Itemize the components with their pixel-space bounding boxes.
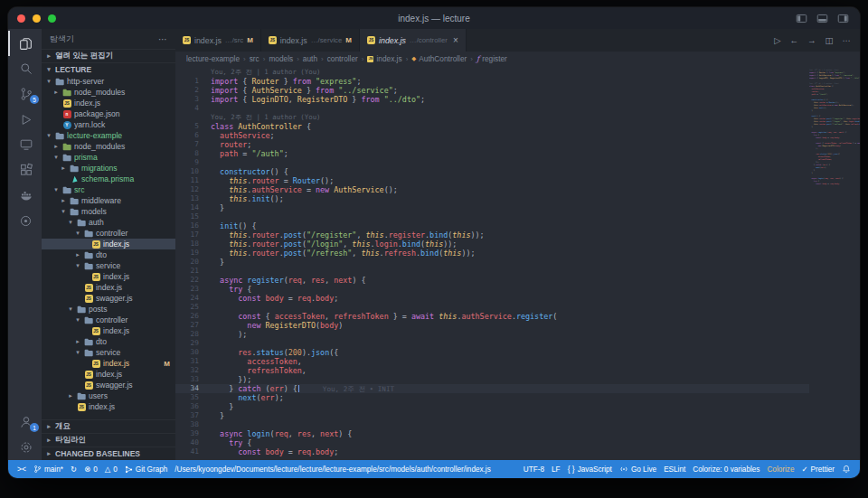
editor-tab[interactable]: JSindex.js…/controller× <box>360 29 467 52</box>
title-bar[interactable]: index.js — lecture <box>8 7 860 29</box>
activity-run-debug-icon[interactable] <box>8 107 42 132</box>
tree-item[interactable]: ▸users <box>42 390 175 401</box>
breadcrumb-item[interactable]: auth <box>303 54 317 63</box>
status-sync[interactable]: ↻ <box>67 460 80 478</box>
activity-live-share-icon[interactable] <box>8 208 42 233</box>
activity-account-icon[interactable]: 1 <box>8 409 42 435</box>
breadcrumb-item[interactable]: src <box>250 54 259 63</box>
code-line[interactable]: 41 const body = req.body; <box>175 447 809 456</box>
status-language[interactable]: { }JavaScript <box>564 460 616 478</box>
code-line[interactable]: 3import { LoginDTO, RegisterDTO } from "… <box>175 95 809 104</box>
activity-remote-explorer-icon[interactable] <box>8 132 42 157</box>
code-line[interactable]: 20 } <box>175 258 809 267</box>
code-line[interactable]: 4 <box>175 104 809 113</box>
tree-item[interactable]: JSindex.js <box>42 239 175 249</box>
close-window-button[interactable] <box>17 14 25 23</box>
breadcrumb-item[interactable]: lecture-example <box>186 54 240 63</box>
breadcrumb-item[interactable]: models <box>269 54 293 63</box>
code-line[interactable]: 5class AuthController { <box>175 122 809 131</box>
tree-item[interactable]: JSindex.js <box>42 369 175 380</box>
status-notifications[interactable] <box>838 460 854 478</box>
breadcrumb-item[interactable]: ƒregister <box>476 54 507 63</box>
activity-settings-icon[interactable] <box>8 435 42 460</box>
close-tab-icon[interactable]: × <box>453 35 458 45</box>
status-eol[interactable]: LF <box>548 460 564 478</box>
sidebar-section[interactable]: ▸타임라인 <box>42 433 175 446</box>
editor-tab[interactable]: JSindex.js…/srcM <box>175 29 261 52</box>
tree-item[interactable]: ▸node_modules <box>42 87 175 98</box>
status-colorize[interactable]: Colorize <box>763 460 797 478</box>
tree-item[interactable]: ▸dto <box>42 336 175 347</box>
code-line[interactable]: 9 <box>175 158 809 167</box>
sidebar-section[interactable]: ▸개요 <box>42 419 175 433</box>
activity-explorer-icon[interactable] <box>8 31 42 56</box>
code-line[interactable]: 40 try { <box>175 438 809 447</box>
tree-item[interactable]: ▾controller <box>42 315 175 325</box>
tree-item[interactable]: JSswagger.js <box>42 380 175 390</box>
code-line[interactable]: 24 const body = req.body; <box>175 294 809 303</box>
code-line[interactable]: 21 <box>175 267 809 276</box>
code-line[interactable]: 18 this.router.post("/login", this.login… <box>175 240 809 249</box>
status-colorize-count[interactable]: Colorize: 0 variables <box>689 460 763 478</box>
status-go-live[interactable]: Go Live <box>616 460 660 478</box>
tree-item[interactable]: schema.prisma <box>42 174 175 184</box>
code-line[interactable]: 31 accessToken, <box>175 357 809 366</box>
status-branch[interactable]: main* <box>30 460 67 478</box>
tree-item[interactable]: JSindex.jsM <box>42 358 175 369</box>
code-line[interactable]: 23 try { <box>175 285 809 294</box>
code-line[interactable]: 17 this.router.post("/register", this.re… <box>175 230 809 240</box>
status-encoding[interactable]: UTF-8 <box>520 460 548 478</box>
tree-item[interactable]: ▾http-server <box>42 76 175 87</box>
open-editors-section[interactable]: ▸ 열려 있는 편집기 <box>42 49 175 62</box>
nav-forward-icon[interactable]: → <box>807 35 816 45</box>
tree-item[interactable]: ▾lecture-example <box>42 130 175 141</box>
minimize-window-button[interactable] <box>33 14 41 23</box>
activity-docker-icon[interactable] <box>8 183 42 208</box>
status-eslint[interactable]: ESLint <box>660 460 689 478</box>
code-line[interactable]: 13 this.init(); <box>175 194 809 203</box>
code-line[interactable]: 8 path = "/auth"; <box>175 149 809 158</box>
code-line[interactable]: 14 } <box>175 203 809 212</box>
activity-extensions-icon[interactable] <box>8 157 42 183</box>
code-line[interactable]: 26 const { accessToken, refreshToken } =… <box>175 312 809 321</box>
code-line[interactable]: 19 this.router.post("/refresh", this.ref… <box>175 249 809 258</box>
codelens-line[interactable]: You, 2주 전 | 1 author (You) <box>175 68 809 77</box>
editor-tab[interactable]: JSindex.js…/serviceM <box>261 29 360 52</box>
code-line[interactable]: 38 <box>175 420 809 429</box>
breadcrumb-item[interactable]: ◆AuthController <box>411 54 467 63</box>
code-line[interactable]: 29 <box>175 339 809 348</box>
code-line[interactable]: 25 <box>175 303 809 312</box>
tree-item[interactable]: ▾service <box>42 347 175 358</box>
activity-source-control-icon[interactable]: 5 <box>8 81 42 107</box>
code-line[interactable]: 2import { AuthService } from "../service… <box>175 86 809 95</box>
code-line[interactable]: 10 constructor() { <box>175 167 809 176</box>
tree-item[interactable]: JSindex.js <box>42 98 175 108</box>
tree-item[interactable]: npackage.json <box>42 108 175 119</box>
tree-item[interactable]: ▾models <box>42 206 175 217</box>
tree-item[interactable]: ▸dto <box>42 249 175 260</box>
code-line[interactable]: 37 } <box>175 411 809 420</box>
tree-item[interactable]: JSindex.js <box>42 271 175 282</box>
sidebar-section[interactable]: ▸CHANGED BASELINES <box>42 446 175 460</box>
tree-item[interactable]: JSindex.js <box>42 401 175 412</box>
zoom-window-button[interactable] <box>48 14 56 23</box>
panel-right-icon[interactable] <box>837 14 849 23</box>
more-actions-icon[interactable]: ⋯ <box>843 35 852 45</box>
panel-left-icon[interactable] <box>796 14 807 23</box>
code-line[interactable]: 34 } catch (err) {You, 2주 전 • INIT <box>175 384 809 393</box>
panel-bottom-icon[interactable] <box>816 14 828 23</box>
tree-item[interactable]: JSindex.js <box>42 282 175 293</box>
tree-item[interactable]: ▾service <box>42 260 175 271</box>
workspace-root-section[interactable]: ▾ LECTURE <box>42 62 175 76</box>
minimap[interactable]: You, 2주 전 | 1 author (You)import { Route… <box>809 66 860 460</box>
code-line[interactable]: 12 this.authService = new AuthService(); <box>175 185 809 194</box>
tree-item[interactable]: JSswagger.js <box>42 293 175 304</box>
status-prettier[interactable]: ✓Prettier <box>797 460 838 478</box>
code-line[interactable]: 36 } <box>175 402 809 411</box>
code-line[interactable]: 11 this.router = Router(); <box>175 176 809 185</box>
status-warnings[interactable]: △0 <box>101 460 121 478</box>
tree-item[interactable]: ▸node_modules <box>42 141 175 152</box>
run-icon[interactable]: ▷ <box>774 35 780 45</box>
code-editor[interactable]: You, 2주 전 | 1 author (You)1import { Rout… <box>175 66 809 460</box>
code-line[interactable]: 27 new RegisterDTO(body) <box>175 321 809 330</box>
